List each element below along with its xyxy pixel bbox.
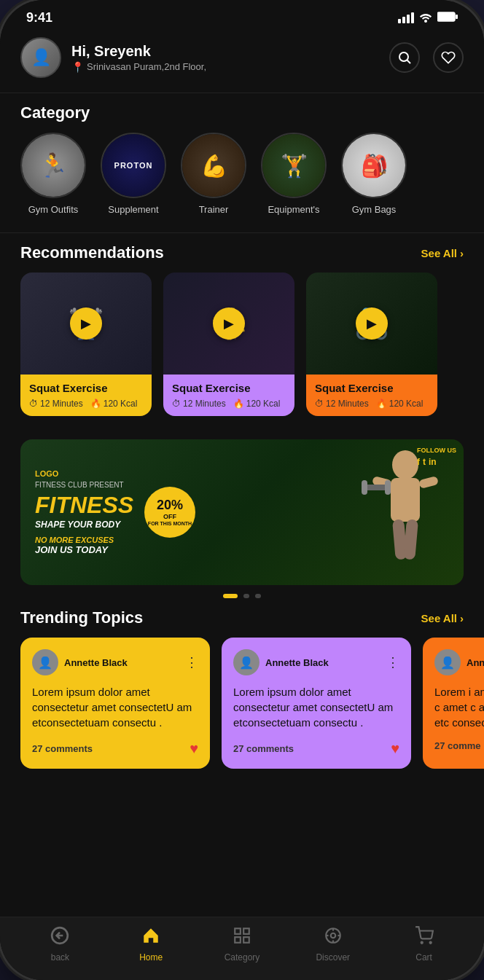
topic-footer-3: 27 comme (434, 740, 484, 751)
topic-user-3: 👤 Ann (434, 649, 484, 675)
cart-icon (415, 926, 434, 949)
trending-header: Trending Topics See All › (0, 608, 484, 638)
heart-icon-2[interactable]: ♥ (391, 740, 399, 757)
avatar: 👤 (20, 37, 61, 78)
banner-dot-1[interactable] (223, 594, 238, 598)
topic-body-1: Lorem ipsum dolor amet consectetur amet … (32, 684, 198, 730)
fitness-banner[interactable]: LOGO FITNESS CLUB PRESENT FITNESS SHAPE … (20, 439, 464, 585)
svg-point-25 (421, 942, 422, 944)
user-text: Hi, Sreyenk 📍 Srinivasan Puram,2nd Floor… (71, 43, 206, 73)
topic-menu-2[interactable]: ⋮ (386, 654, 399, 670)
category-scroll: 🏃 Gym Outfits PROTON Supplement (0, 133, 484, 222)
play-button-2[interactable]: ▶ (213, 307, 245, 340)
recommendations-header: Recommendations See All › (0, 243, 484, 273)
svg-rect-15 (235, 928, 241, 934)
category-bags[interactable]: 🎒 Gym Bags (341, 133, 407, 215)
trending-section: Trending Topics See All › 👤 Annette Blac… (0, 601, 484, 788)
trending-see-all[interactable]: See All › (421, 612, 464, 624)
category-supplement[interactable]: PROTON Supplement (101, 133, 166, 215)
topic-user-2: 👤 Annette Black (233, 649, 329, 675)
favorites-button[interactable] (433, 42, 464, 73)
scroll-content: Category 🏃 Gym Outfits PROTON (0, 96, 484, 917)
svg-rect-0 (437, 12, 455, 21)
rec-title-2: Squat Exercise (172, 382, 286, 394)
banner-dot-3[interactable] (255, 594, 261, 598)
category-label-gym-outfits: Gym Outfits (28, 204, 79, 215)
badge-for: FOR THIS MONTH (148, 521, 192, 527)
nav-item-back[interactable]: back (38, 926, 82, 963)
topic-user-1: 👤 Annette Black (32, 649, 128, 675)
category-trainer[interactable]: 💪 Trainer (181, 133, 246, 215)
category-title: Category (20, 103, 90, 122)
nav-label-home: Home (139, 952, 163, 963)
nav-label-category: Category (225, 952, 260, 963)
topic-body-3: Lorem i amet c amet c am etc consec (434, 684, 484, 730)
category-header: Category (0, 103, 484, 133)
rec-meta-1: ⏱ 12 Minutes 🔥 120 Kcal (29, 399, 143, 409)
svg-point-4 (392, 450, 418, 479)
topic-username-1: Annette Black (64, 657, 128, 668)
topic-username-3: Ann (467, 657, 484, 668)
svg-rect-1 (456, 15, 458, 19)
category-nav-icon (233, 926, 251, 949)
topic-comments-2: 27 comments (233, 743, 294, 754)
rec-info-2: Squat Exercise ⏱ 12 Minutes 🔥 120 Kcal (163, 375, 294, 416)
discover-icon (324, 926, 343, 949)
fitness-man-icon (347, 447, 464, 585)
nav-item-cart[interactable]: Cart (402, 926, 446, 963)
nav-item-category[interactable]: Category (220, 926, 264, 963)
nav-item-discover[interactable]: Discover (311, 926, 355, 963)
location-text: 📍 Srinivasan Puram,2nd Floor, (71, 61, 206, 73)
category-circle-trainer: 💪 (181, 133, 246, 198)
rec-card-2[interactable]: 🤸‍♀️ ▶ Squat Exercise ⏱ 12 Minutes 🔥 120… (163, 273, 294, 416)
category-equipment[interactable]: 🏋️ Equipment's (261, 133, 327, 215)
wifi-icon (418, 11, 433, 26)
svg-rect-7 (418, 476, 439, 489)
topic-header-2: 👤 Annette Black ⋮ (233, 649, 399, 675)
topic-card-2[interactable]: 👤 Annette Black ⋮ Lorem ipsum dolor amet… (222, 638, 411, 769)
header-divider (0, 93, 484, 93)
phone-screen: 9:41 (0, 0, 484, 980)
phone-frame: 9:41 (0, 0, 484, 980)
rec-title-3: Squat Exercise (315, 382, 429, 394)
play-button-3[interactable]: ▶ (356, 307, 388, 340)
status-icons (398, 11, 458, 26)
topic-menu-1[interactable]: ⋮ (185, 654, 198, 670)
topic-username-2: Annette Black (265, 657, 329, 668)
nav-label-cart: Cart (415, 952, 432, 963)
rec-image-2: 🤸‍♀️ ▶ (163, 273, 294, 375)
nav-item-home[interactable]: Home (129, 926, 173, 963)
home-icon (141, 926, 160, 949)
svg-rect-5 (391, 478, 420, 522)
topic-body-2: Lorem ipsum dolor amet consectetur amet … (233, 684, 399, 730)
category-circle-equipment: 🏋️ (261, 133, 327, 198)
topic-avatar-1: 👤 (32, 649, 58, 675)
rec-card-1[interactable]: 🏋️‍♀️ ▶ Squat Exercise ⏱ 12 Minutes 🔥 12… (20, 273, 152, 416)
svg-rect-17 (235, 937, 241, 943)
nav-label-discover: Discover (316, 952, 350, 963)
category-section: Category 🏃 Gym Outfits PROTON (0, 96, 484, 230)
rec-title-1: Squat Exercise (29, 382, 143, 394)
play-button-1[interactable]: ▶ (70, 307, 102, 340)
heart-icon-1[interactable]: ♥ (190, 740, 198, 757)
svg-line-3 (407, 60, 411, 64)
topic-card-1[interactable]: 👤 Annette Black ⋮ Lorem ipsum dolor amet… (20, 638, 210, 769)
category-label-equipment: Equipment's (268, 204, 319, 215)
svg-rect-18 (243, 937, 249, 943)
category-label-supplement: Supplement (108, 204, 158, 215)
rec-image-3: 🚴‍♀️ ▶ (306, 273, 437, 375)
banner-dot-2[interactable] (243, 594, 249, 598)
topic-card-3[interactable]: 👤 Ann Lorem i amet c amet c am etc conse… (423, 638, 484, 769)
bottom-nav: back Home C (0, 917, 484, 980)
rec-card-3[interactable]: 🚴‍♀️ ▶ Squat Exercise ⏱ 12 Minutes 🔥 120… (306, 273, 437, 416)
location-icon: 📍 (71, 61, 84, 73)
trending-scroll: 👤 Annette Black ⋮ Lorem ipsum dolor amet… (0, 638, 484, 780)
recommendations-see-all[interactable]: See All › (421, 247, 464, 259)
badge-percent: 20% (157, 498, 183, 514)
back-icon (50, 926, 69, 949)
category-gym-outfits[interactable]: 🏃 Gym Outfits (20, 133, 86, 215)
search-button[interactable] (389, 42, 420, 73)
topic-avatar-2: 👤 (233, 649, 259, 675)
banner-follow: FOLLOW US f t in (417, 447, 456, 467)
rec-meta-2: ⏱ 12 Minutes 🔥 120 Kcal (172, 399, 286, 409)
